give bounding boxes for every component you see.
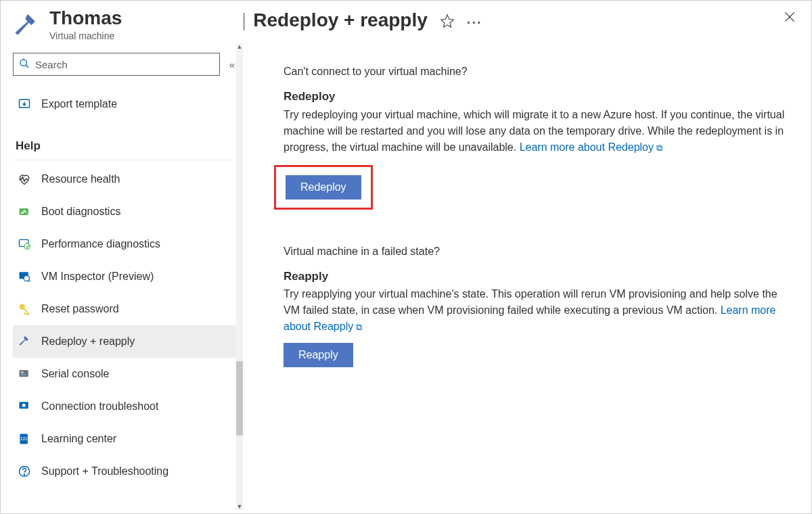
sidebar-item-connection-troubleshoot[interactable]: Connection troubleshoot bbox=[13, 390, 243, 423]
sidebar-item-label: Redeploy + reapply bbox=[41, 335, 135, 348]
redeploy-button-highlight: Redeploy bbox=[274, 165, 373, 210]
reapply-question: Virtual machine in a failed state? bbox=[284, 243, 791, 260]
sidebar-item-boot-diagnostics[interactable]: Boot diagnostics bbox=[13, 195, 243, 228]
sidebar: « Export template Help Resource health bbox=[1, 43, 243, 510]
sidebar-item-performance-diagnostics[interactable]: Performance diagnostics bbox=[13, 228, 243, 260]
blade-title: Redeploy + reapply bbox=[253, 9, 428, 31]
svg-point-16 bbox=[24, 474, 24, 475]
sidebar-item-label: Connection troubleshoot bbox=[41, 400, 158, 413]
svg-rect-8 bbox=[20, 370, 28, 377]
sidebar-item-redeploy-reapply[interactable]: Redeploy + reapply bbox=[13, 325, 243, 358]
sidebar-item-vm-inspector[interactable]: VM Inspector (Preview) bbox=[13, 260, 243, 293]
sidebar-section-help: Help bbox=[16, 139, 232, 160]
title-divider: | bbox=[242, 9, 246, 31]
connection-troubleshoot-icon bbox=[17, 399, 32, 414]
redeploy-title: Redeploy bbox=[284, 88, 791, 106]
sidebar-item-serial-console[interactable]: Serial console bbox=[13, 358, 243, 390]
search-input-wrapper[interactable] bbox=[13, 53, 220, 76]
svg-text:101: 101 bbox=[20, 436, 28, 441]
svg-rect-9 bbox=[21, 372, 23, 373]
sidebar-item-label: VM Inspector (Preview) bbox=[41, 271, 154, 283]
sidebar-item-label: Reset password bbox=[41, 303, 119, 315]
key-icon bbox=[17, 302, 32, 317]
sidebar-item-label: Export template bbox=[41, 98, 117, 110]
heartbeat-icon bbox=[17, 172, 32, 187]
redeploy-question: Can't connect to your virtual machine? bbox=[284, 64, 791, 80]
resource-title-block: Thomas Virtual machine bbox=[12, 7, 242, 43]
sidebar-item-label: Boot diagnostics bbox=[41, 206, 120, 218]
sidebar-item-label: Resource health bbox=[41, 173, 120, 185]
sidebar-item-label: Support + Troubleshooting bbox=[41, 465, 168, 477]
external-link-icon: ⧉ bbox=[356, 322, 362, 332]
book-icon: 101 bbox=[17, 431, 32, 446]
redeploy-description: Try redeploying your virtual machine, wh… bbox=[284, 107, 791, 156]
collapse-sidebar-icon[interactable]: « bbox=[229, 59, 235, 70]
redeploy-learn-more-link[interactable]: Learn more about Redeploy⧉ bbox=[520, 141, 662, 153]
scroll-up-icon[interactable]: ▲ bbox=[236, 43, 243, 50]
favorite-star-icon[interactable] bbox=[440, 11, 455, 33]
sidebar-item-label: Performance diagnostics bbox=[41, 238, 160, 250]
external-link-icon: ⧉ bbox=[656, 143, 662, 153]
sidebar-item-label: Learning center bbox=[41, 433, 116, 445]
sidebar-scrollbar[interactable]: ▲ ▼ bbox=[236, 43, 243, 510]
help-circle-icon bbox=[17, 464, 32, 479]
hammer-small-icon bbox=[17, 334, 32, 349]
blade-header: Thomas Virtual machine | Redeploy + reap… bbox=[1, 1, 811, 43]
svg-rect-10 bbox=[21, 374, 26, 375]
scroll-thumb[interactable] bbox=[236, 361, 243, 436]
search-input[interactable] bbox=[34, 58, 214, 71]
serial-console-icon bbox=[17, 367, 32, 381]
sidebar-item-export-template[interactable]: Export template bbox=[13, 88, 243, 120]
hammer-icon bbox=[12, 11, 41, 43]
close-icon[interactable] bbox=[783, 10, 796, 26]
reapply-description: Try reapplying your virtual machine's st… bbox=[284, 286, 791, 335]
search-icon bbox=[19, 58, 30, 71]
reapply-button[interactable]: Reapply bbox=[284, 343, 353, 367]
reapply-title: Reapply bbox=[284, 268, 791, 285]
redeploy-button[interactable]: Redeploy bbox=[286, 175, 361, 200]
sidebar-item-label: Serial console bbox=[41, 368, 110, 380]
sidebar-item-support-troubleshooting[interactable]: Support + Troubleshooting bbox=[13, 455, 243, 488]
resource-name: Thomas bbox=[49, 7, 122, 29]
sidebar-item-learning-center[interactable]: 101 Learning center bbox=[13, 423, 243, 455]
sidebar-item-resource-health[interactable]: Resource health bbox=[13, 163, 243, 195]
svg-point-0 bbox=[20, 60, 26, 66]
performance-diagnostics-icon bbox=[17, 237, 32, 252]
svg-point-12 bbox=[22, 404, 26, 407]
scroll-down-icon[interactable]: ▼ bbox=[236, 503, 243, 510]
main-content: Can't connect to your virtual machine? R… bbox=[243, 43, 811, 510]
export-template-icon bbox=[17, 97, 32, 112]
boot-diagnostics-icon bbox=[17, 204, 32, 219]
vm-inspector-icon bbox=[17, 269, 32, 284]
more-icon[interactable]: ··· bbox=[467, 15, 482, 30]
resource-type: Virtual machine bbox=[49, 30, 122, 41]
sidebar-item-reset-password[interactable]: Reset password bbox=[13, 293, 243, 325]
blade-title-block: | Redeploy + reapply ··· bbox=[242, 7, 482, 33]
svg-point-4 bbox=[24, 243, 30, 249]
